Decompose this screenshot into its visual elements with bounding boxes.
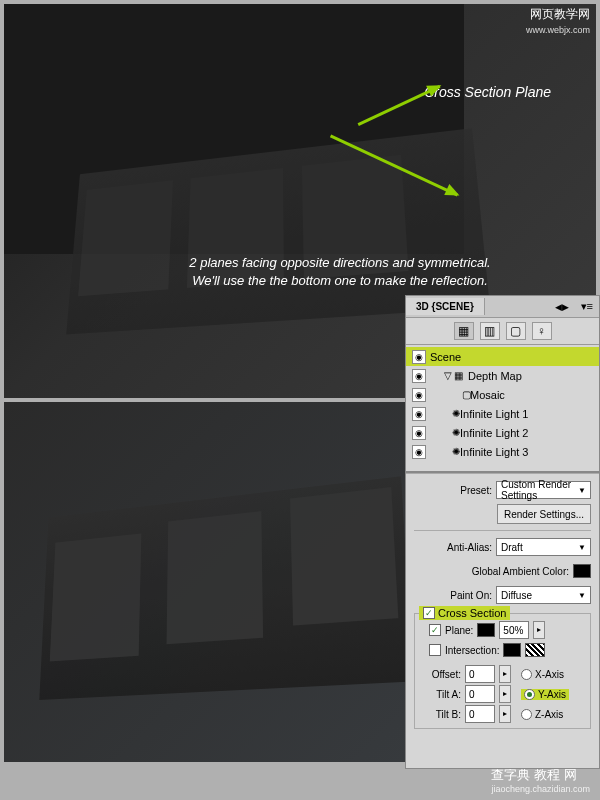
z-axis-radio[interactable]: Z-Axis — [521, 709, 563, 720]
checkbox-icon — [423, 607, 435, 619]
render-settings-button[interactable]: Render Settings... — [497, 504, 591, 524]
tilt-a-input[interactable]: 0 — [465, 685, 495, 703]
paint-on-label: Paint On: — [414, 590, 492, 601]
flyout-icon[interactable]: ▸ — [499, 665, 511, 683]
tree-scene-label: Scene — [430, 351, 593, 363]
preset-select[interactable]: Custom Render Settings▼ — [496, 481, 591, 499]
tree-light2[interactable]: ◉ ✺ Infinite Light 2 — [406, 423, 599, 442]
filter-mesh-icon[interactable]: ▥ — [480, 322, 500, 340]
annotation-cross-section: Cross Section Plane — [424, 84, 551, 100]
watermark-top-text: 网页教学网 — [530, 7, 590, 21]
tree-depth-map-label: Depth Map — [468, 370, 593, 382]
preset-value: Custom Render Settings — [501, 479, 578, 501]
paint-on-select[interactable]: Diffuse▼ — [496, 586, 591, 604]
tilt-b-label: Tilt B: — [419, 709, 461, 720]
flyout-icon[interactable]: ▸ — [533, 621, 545, 639]
plane-opacity-input[interactable]: 50% — [499, 621, 529, 639]
tree-light3-label: Infinite Light 3 — [460, 446, 593, 458]
radio-icon — [524, 689, 535, 700]
z-axis-label: Z-Axis — [535, 709, 563, 720]
radio-icon — [521, 709, 532, 720]
plane-checkbox[interactable] — [429, 624, 441, 636]
tilt-b-input[interactable]: 0 — [465, 705, 495, 723]
panel-options: Preset: Custom Render Settings▼ Render S… — [406, 473, 599, 733]
tree-light3[interactable]: ◉ ✺ Infinite Light 3 — [406, 442, 599, 461]
visibility-toggle[interactable]: ◉ — [412, 388, 426, 402]
anti-alias-value: Draft — [501, 542, 523, 553]
tree-mosaic[interactable]: ◉ ▢ Mosaic — [406, 385, 599, 404]
tree-light1[interactable]: ◉ ✺ Infinite Light 1 — [406, 404, 599, 423]
flyout-icon[interactable]: ▸ — [499, 685, 511, 703]
paint-on-value: Diffuse — [501, 590, 532, 601]
anti-alias-select[interactable]: Draft▼ — [496, 538, 591, 556]
intersection-label: Intersection: — [445, 645, 499, 656]
filter-materials-icon[interactable]: ▢ — [506, 322, 526, 340]
filter-lights-icon[interactable]: ♀ — [532, 322, 552, 340]
flip-icon[interactable] — [525, 643, 545, 657]
caption-line2: We'll use the the bottom one to make the… — [192, 273, 488, 288]
offset-input[interactable]: 0 — [465, 665, 495, 683]
letters-3d-bottom — [39, 476, 413, 700]
watermark-top-url: www.webjx.com — [526, 25, 590, 35]
visibility-toggle[interactable]: ◉ — [412, 445, 426, 459]
watermark-bottom-url: jiaocheng.chazidian.com — [491, 784, 590, 794]
watermark-bottom-text: 查字典 教程 网 — [491, 767, 576, 782]
mesh-icon: ▦ — [452, 370, 464, 382]
global-ambient-swatch[interactable] — [573, 564, 591, 578]
panel-tabs: 3D {SCENE} ◀▶ ▾≡ — [406, 296, 599, 318]
light-icon: ✺ — [430, 408, 456, 420]
tree-light2-label: Infinite Light 2 — [460, 427, 593, 439]
light-icon: ✺ — [430, 427, 456, 439]
light-icon: ✺ — [430, 446, 456, 458]
y-axis-label: Y-Axis — [538, 689, 566, 700]
tree-scene[interactable]: ◉ Scene — [406, 347, 599, 366]
dropdown-icon: ▼ — [578, 591, 586, 600]
visibility-toggle[interactable]: ◉ — [412, 426, 426, 440]
intersection-color-swatch[interactable] — [503, 643, 521, 657]
y-axis-radio[interactable]: Y-Axis — [521, 689, 569, 700]
watermark-top: 网页教学网 www.webjx.com — [526, 6, 590, 35]
cross-section-group: Cross Section Plane: 50% ▸ Intersection:… — [414, 613, 591, 729]
visibility-toggle[interactable]: ◉ — [412, 407, 426, 421]
caption-line1: 2 planes facing opposite directions and … — [189, 255, 490, 270]
caption-text: 2 planes facing opposite directions and … — [124, 254, 556, 290]
visibility-toggle[interactable]: ◉ — [412, 369, 426, 383]
cross-section-label: Cross Section — [438, 607, 506, 619]
scene-panel: 3D {SCENE} ◀▶ ▾≡ ▦ ▥ ▢ ♀ ◉ Scene ◉ ▽ ▦ D… — [405, 295, 600, 769]
plane-label: Plane: — [445, 625, 473, 636]
scene-tree: ◉ Scene ◉ ▽ ▦ Depth Map ◉ ▢ Mosaic ◉ ✺ I… — [406, 345, 599, 473]
global-ambient-label: Global Ambient Color: — [414, 566, 569, 577]
anti-alias-label: Anti-Alias: — [414, 542, 492, 553]
visibility-toggle[interactable]: ◉ — [412, 350, 426, 364]
filter-scene-icon[interactable]: ▦ — [454, 322, 474, 340]
dropdown-icon: ▼ — [578, 486, 586, 495]
x-axis-radio[interactable]: X-Axis — [521, 669, 564, 680]
tree-mosaic-label: Mosaic — [470, 389, 593, 401]
tree-light1-label: Infinite Light 1 — [460, 408, 593, 420]
preset-label: Preset: — [414, 485, 492, 496]
tilt-a-label: Tilt A: — [419, 689, 461, 700]
tab-collapse-icon[interactable]: ◀▶ — [549, 302, 575, 312]
expand-icon[interactable]: ▽ — [430, 370, 448, 382]
dropdown-icon: ▼ — [578, 543, 586, 552]
cross-section-checkbox[interactable]: Cross Section — [419, 606, 510, 620]
radio-icon — [521, 669, 532, 680]
tab-menu-icon[interactable]: ▾≡ — [575, 300, 599, 313]
panel-toolbar: ▦ ▥ ▢ ♀ — [406, 318, 599, 345]
tree-depth-map[interactable]: ◉ ▽ ▦ Depth Map — [406, 366, 599, 385]
x-axis-label: X-Axis — [535, 669, 564, 680]
material-icon: ▢ — [430, 389, 466, 401]
tab-3d-scene[interactable]: 3D {SCENE} — [406, 298, 485, 315]
offset-label: Offset: — [419, 669, 461, 680]
watermark-bottom: 查字典 教程 网 jiaocheng.chazidian.com — [491, 766, 590, 794]
intersection-checkbox[interactable] — [429, 644, 441, 656]
flyout-icon[interactable]: ▸ — [499, 705, 511, 723]
plane-color-swatch[interactable] — [477, 623, 495, 637]
